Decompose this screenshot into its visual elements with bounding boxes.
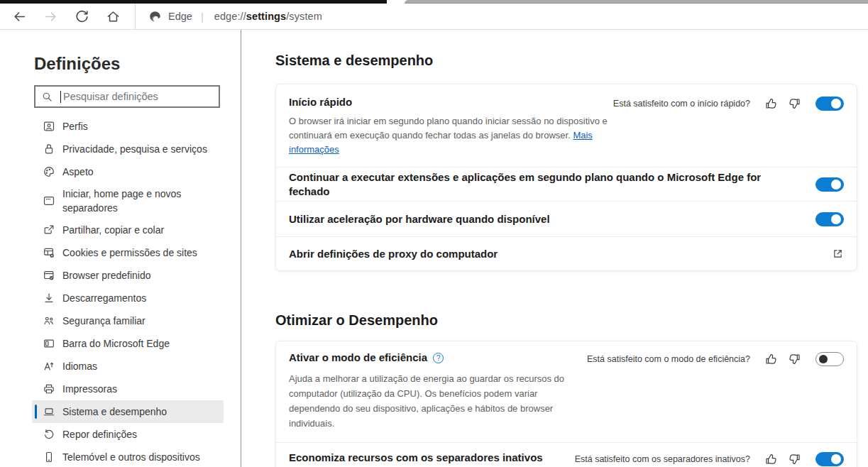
toggle-economiza-recursos[interactable] [815,452,844,466]
printer-icon [43,383,55,395]
refresh-icon [75,9,89,24]
lock-icon [43,143,55,155]
feedback-question: Está satisfeito com os separadores inati… [575,454,750,464]
back-button[interactable] [7,6,31,27]
setting-title: Economiza recursos com os separadores in… [289,451,575,465]
sidebar-nav: Perfis Privacidade, pesquisa e serviços … [0,115,241,467]
setting-row-modo-eficiencia: Ativar o modo de eficiência ? Ajuda a me… [276,341,857,442]
edge-bar-icon [43,337,55,350]
edge-logo-icon [148,10,162,23]
thumbs-down-icon [787,97,801,111]
thumbs-up-icon [764,97,779,111]
profile-icon [43,120,55,133]
family-icon [43,314,55,327]
sidebar-title: Definições [34,54,241,74]
setting-title: Utilizar aceleração por hardware quando … [289,212,550,226]
setting-row-inicio-rapido: Início rápido O browser irá iniciar em s… [276,84,857,167]
url-text: edge://settings/system [214,11,322,22]
setting-title: Início rápido [289,95,613,109]
palette-icon [43,165,55,178]
feedback-question: Está satisfeito com o início rápido? [613,99,750,109]
cookies-permissions-icon [43,246,55,259]
thumbs-up-icon [764,452,779,466]
language-icon [43,360,55,373]
toggle-inicio-rapido[interactable] [815,97,844,111]
sidebar-item-sistema-e-desempenho[interactable]: Sistema e desempenho [32,400,224,423]
setting-row-proxy[interactable]: Abrir definições de proxy do computador [276,236,857,270]
toggle-modo-eficiencia[interactable] [815,352,844,366]
help-icon[interactable]: ? [433,353,444,363]
sidebar-item-cookies[interactable]: Cookies e permissões de sites [32,241,224,264]
browser-toolbar: Edge | edge://settings/system [0,4,868,30]
sidebar-item-telemovel[interactable]: Telemóvel e outros dispositivos [32,446,224,467]
forward-button[interactable] [38,6,62,27]
sidebar-item-iniciar[interactable]: Iniciar, home page e novos separadores [32,183,224,219]
text-caret [60,91,61,103]
home-button[interactable] [101,6,125,27]
thumbs-down-icon [787,452,801,466]
download-icon [43,292,55,304]
laptop-icon [43,405,55,418]
settings-search-box[interactable] [34,85,220,108]
search-icon [41,91,53,103]
sidebar-item-partilhar[interactable]: Partilhar, copiar e colar [32,219,224,241]
setting-row-aceleracao-hardware: Utilizar aceleração por hardware quando … [276,201,857,236]
sidebar-item-aspeto[interactable]: Aspeto [32,160,224,183]
section-title-otimizar: Otimizar o Desempenho [275,311,857,329]
thumbs-up-button[interactable] [764,352,779,366]
thumbs-down-button[interactable] [787,452,801,466]
start-page-icon [43,194,55,207]
default-browser-icon [43,269,55,282]
forward-icon [43,9,58,24]
thumbs-down-icon [787,352,801,366]
phone-icon [43,451,55,463]
reset-icon [43,428,55,441]
thumbs-down-button[interactable] [787,97,801,111]
setting-title: Ativar o modo de eficiência ? [289,351,587,365]
settings-content: Sistema e desempenho Início rápido O bro… [241,30,868,467]
address-bar[interactable]: Edge | edge://settings/system [135,4,868,29]
external-link-icon [832,248,844,260]
setting-title: Abrir definições de proxy do computador [289,247,498,261]
sidebar-item-privacidade[interactable]: Privacidade, pesquisa e serviços [32,138,224,160]
setting-description: O browser irá iniciar em segundo plano q… [289,114,613,157]
thumbs-up-icon [764,352,779,366]
open-proxy-button[interactable] [832,248,844,260]
setting-row-extensoes-segundo-plano: Continuar a executar extensões e aplicaç… [276,167,857,201]
system-card: Início rápido O browser irá iniciar em s… [275,84,857,271]
settings-sidebar: Definições Perfis Privacidade, pesquisa … [0,30,241,467]
home-icon [106,9,121,24]
thumbs-down-button[interactable] [787,352,801,366]
feedback-question: Está satisfeito com o modo de eficiência… [587,354,750,364]
section-title-sistema: Sistema e desempenho [275,51,857,70]
setting-row-economiza-recursos: Economiza recursos com os separadores in… [276,442,857,467]
sidebar-item-seguranca-familiar[interactable]: Segurança familiar [32,309,224,332]
sidebar-item-repor-definicoes[interactable]: Repor definições [32,423,224,446]
search-input[interactable] [63,91,213,102]
toggle-aceleracao[interactable] [815,212,844,226]
address-divider: | [201,11,204,23]
site-label: Edge [168,11,192,22]
setting-title: Continuar a executar extensões e aplicaç… [289,170,786,199]
sidebar-item-descarregamentos[interactable]: Descarregamentos [32,287,224,309]
setting-description: Ajuda a melhorar a utilização de energia… [289,371,587,431]
sidebar-item-impressoras[interactable]: Impressoras [32,378,224,400]
sidebar-item-idiomas[interactable]: Idiomas [32,355,224,378]
toggle-extensoes[interactable] [815,177,844,192]
back-icon [12,9,27,24]
performance-card: Ativar o modo de eficiência ? Ajuda a me… [275,341,857,467]
sidebar-item-barra-edge[interactable]: Barra do Microsoft Edge [32,332,224,355]
thumbs-up-button[interactable] [764,97,779,111]
sidebar-item-perfis[interactable]: Perfis [32,115,224,138]
share-icon [43,224,55,236]
sidebar-item-browser-predefinido[interactable]: Browser predefinido [32,264,224,287]
refresh-button[interactable] [70,6,94,27]
thumbs-up-button[interactable] [764,452,779,466]
